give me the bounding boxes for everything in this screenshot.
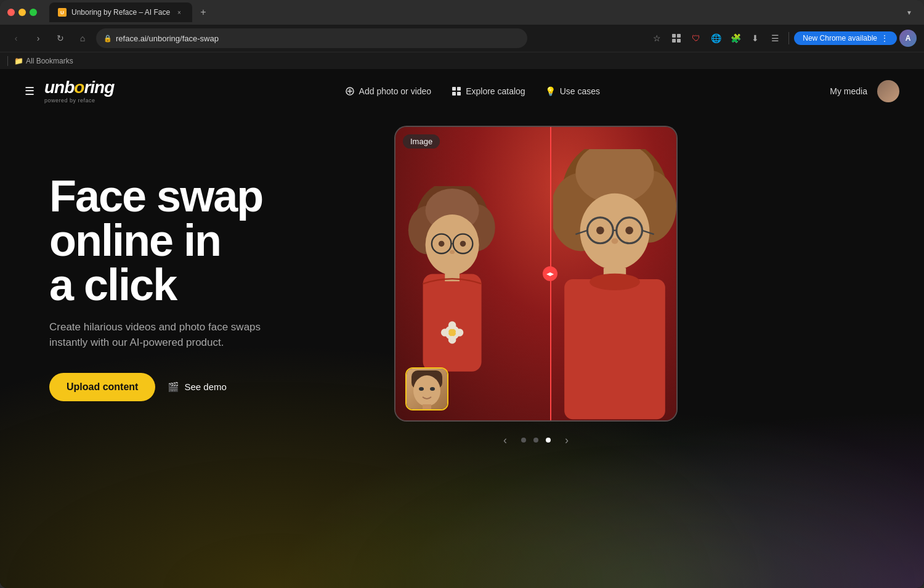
- tab-close-button[interactable]: ×: [175, 8, 184, 17]
- carousel-dot-3[interactable]: [546, 438, 551, 443]
- svg-point-48: [419, 387, 424, 391]
- nav-my-media-link[interactable]: My media: [830, 86, 867, 96]
- nav-explore-catalog[interactable]: Explore catalog: [451, 86, 525, 97]
- tab-dropdown-button[interactable]: ▼: [902, 5, 917, 20]
- nav-add-photo[interactable]: Add photo or video: [344, 86, 432, 97]
- image-comparison-card[interactable]: Image: [394, 126, 678, 422]
- logo-text-after-o: ring: [84, 78, 114, 97]
- svg-point-27: [456, 329, 464, 337]
- svg-rect-8: [457, 87, 461, 91]
- ssl-lock-icon: 🔒: [103, 35, 112, 43]
- logo-text: unboring: [44, 79, 114, 96]
- page-content: ☰ unboring powered by reface: [0, 69, 924, 588]
- svg-rect-7: [452, 87, 456, 91]
- svg-point-34: [580, 194, 650, 270]
- svg-rect-9: [452, 92, 456, 96]
- handle-arrows: ◀▶: [546, 271, 554, 277]
- svg-point-47: [413, 375, 440, 406]
- hero-title: Face swap online in a click: [49, 174, 370, 307]
- svg-point-21: [450, 250, 455, 254]
- tab-title: Unboring by Reface – AI Face...: [71, 8, 170, 17]
- user-avatar[interactable]: [877, 80, 899, 102]
- hero-title-line2: a click: [49, 260, 176, 309]
- back-button[interactable]: ‹: [7, 30, 25, 47]
- svg-point-40: [596, 226, 604, 234]
- svg-rect-44: [564, 279, 665, 419]
- maximize-button[interactable]: [30, 9, 37, 16]
- hero-subtitle-line2: instantly with our AI-powered product.: [49, 337, 224, 348]
- nav-add-photo-label: Add photo or video: [359, 86, 432, 96]
- vintage-photo-scene: ◀▶: [395, 127, 676, 420]
- logo-o-yellow: o: [74, 78, 84, 97]
- sidebar-toggle-icon[interactable]: ☰: [766, 30, 784, 47]
- bookmarks-bar: 📁 All Bookmarks: [0, 52, 924, 69]
- logo-text-before-o: unb: [44, 78, 74, 97]
- home-button[interactable]: ⌂: [74, 30, 91, 47]
- chrome-update-label: New Chrome available: [803, 34, 877, 43]
- refresh-button[interactable]: ↻: [52, 30, 69, 47]
- comparison-handle[interactable]: ◀▶: [543, 266, 557, 281]
- address-bar: ‹ › ↻ ⌂ 🔒 reface.ai/unboring/face-swap ☆…: [0, 25, 924, 52]
- forward-button[interactable]: ›: [30, 30, 47, 47]
- profile-avatar[interactable]: A: [899, 30, 917, 47]
- upload-content-button[interactable]: Upload content: [49, 373, 155, 401]
- all-bookmarks-link[interactable]: 📁 All Bookmarks: [10, 55, 77, 67]
- image-label: Image: [403, 134, 440, 149]
- chrome-update-button[interactable]: New Chrome available ⋮: [794, 31, 897, 45]
- svg-rect-3: [677, 39, 681, 43]
- all-bookmarks-label: All Bookmarks: [26, 57, 73, 65]
- carousel-dot-1[interactable]: [521, 438, 526, 443]
- svg-rect-50: [423, 404, 431, 410]
- bookmarks-folder-icon: 📁: [14, 57, 23, 65]
- logo[interactable]: unboring powered by reface: [44, 79, 114, 104]
- bookmark-star-icon[interactable]: ☆: [648, 30, 665, 47]
- hero-left: Face swap online in a click Create hilar…: [49, 174, 370, 401]
- close-button[interactable]: [7, 9, 15, 16]
- traffic-lights: [7, 9, 37, 16]
- nav-use-cases[interactable]: 💡 Use cases: [545, 86, 600, 97]
- demo-icon: 🎬: [168, 382, 179, 393]
- svg-rect-51: [415, 409, 439, 410]
- cast-icon[interactable]: 🌐: [707, 30, 724, 47]
- see-demo-button[interactable]: 🎬 See demo: [168, 382, 226, 393]
- carousel-next-button[interactable]: ›: [558, 431, 575, 449]
- hero-title-line1: Face swap online in: [49, 171, 262, 265]
- see-demo-label: See demo: [184, 382, 226, 392]
- shield-icon[interactable]: 🛡: [687, 30, 705, 47]
- hero-subtitle-line1: Create hilarious videos and photo face s…: [49, 321, 261, 333]
- minimize-button[interactable]: [18, 9, 26, 16]
- divider: [788, 32, 789, 44]
- active-tab[interactable]: U Unboring by Reface – AI Face... ×: [49, 2, 192, 22]
- catalog-icon: [451, 86, 462, 97]
- url-bar[interactable]: 🔒 reface.ai/unboring/face-swap: [96, 28, 527, 48]
- nav-links: Add photo or video Explore catalog �: [344, 86, 600, 97]
- puzzle-icon[interactable]: 🧩: [727, 30, 744, 47]
- new-tab-button[interactable]: +: [195, 4, 212, 21]
- svg-point-25: [448, 329, 456, 337]
- extensions-icon[interactable]: [668, 30, 685, 47]
- svg-point-20: [460, 241, 466, 247]
- carousel-dot-2[interactable]: [533, 438, 538, 443]
- svg-point-42: [612, 239, 618, 244]
- svg-rect-0: [672, 34, 676, 38]
- bookmarks-divider: [7, 56, 8, 66]
- carousel-prev-button[interactable]: ‹: [496, 431, 514, 449]
- svg-point-49: [430, 387, 435, 391]
- logo-powered-by: powered by reface: [44, 97, 114, 104]
- hero-actions: Upload content 🎬 See demo: [49, 373, 370, 401]
- title-bar: U Unboring by Reface – AI Face... × + ▼: [0, 0, 924, 25]
- svg-point-26: [441, 329, 449, 337]
- download-icon[interactable]: ⬇: [747, 30, 764, 47]
- face-thumbnail[interactable]: [405, 367, 448, 410]
- browser-window: U Unboring by Reface – AI Face... × + ▼ …: [0, 0, 924, 588]
- chrome-update-menu-icon: ⋮: [881, 34, 888, 43]
- svg-point-15: [426, 214, 479, 275]
- tab-favicon: U: [58, 8, 67, 17]
- nav-menu-icon[interactable]: ☰: [25, 84, 34, 98]
- address-actions: ☆ 🛡 🌐 🧩 ⬇ ☰ New Chrome available ⋮ A: [648, 30, 917, 47]
- hero-subtitle: Create hilarious videos and photo face s…: [49, 319, 283, 351]
- svg-rect-2: [672, 39, 676, 43]
- lightbulb-icon: 💡: [545, 86, 556, 97]
- svg-point-29: [448, 336, 456, 344]
- carousel-pagination: ‹ ›: [394, 431, 678, 449]
